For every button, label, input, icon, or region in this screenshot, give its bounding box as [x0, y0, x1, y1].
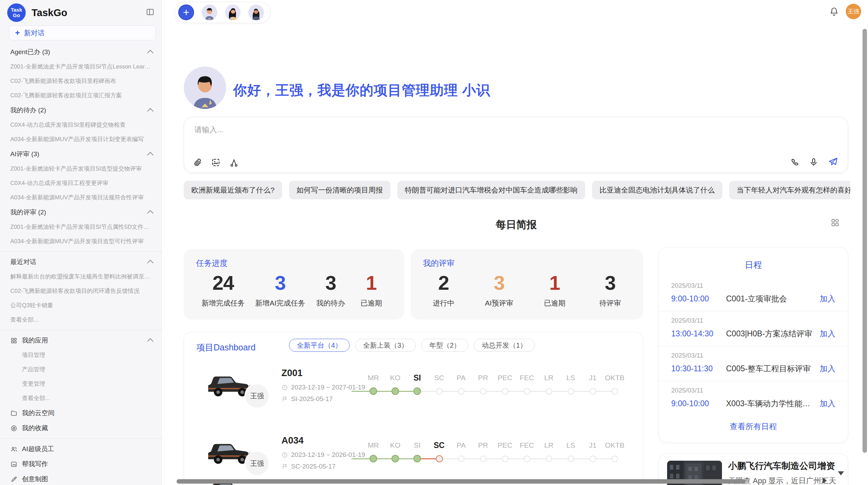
milestone-dot[interactable] [370, 387, 377, 395]
bell-icon[interactable] [829, 7, 839, 17]
milestone-dot[interactable] [480, 456, 486, 462]
sidebar-task-item[interactable]: C0X4-动力总成开发项目SI里程碑提交物检查 [10, 118, 153, 132]
milestone-track [604, 384, 626, 398]
sidebar-item-ai-employee[interactable]: AI超级员工 [10, 442, 153, 457]
sidebar-task-item[interactable]: C02-飞腾新能源轻客改款项目立项汇报方案 [10, 88, 153, 103]
chevron-up-icon[interactable] [147, 50, 153, 56]
view-all-schedule-link[interactable]: 查看所有日程 [659, 421, 848, 432]
chevron-up-icon[interactable] [147, 210, 153, 216]
member-avatar[interactable] [248, 4, 264, 20]
sidebar-section-recent[interactable]: 最近对话 [10, 254, 153, 270]
sidebar-item-creative-draw[interactable]: 创意制图 [10, 472, 153, 485]
suggestion-chip[interactable]: 欧洲新规最近颁布了什么? [184, 181, 282, 199]
milestone-dot[interactable] [612, 456, 618, 462]
milestone-dot[interactable] [612, 388, 618, 395]
scroll-right-arrow-icon[interactable] [823, 477, 827, 484]
milestone-dot[interactable] [502, 456, 508, 462]
join-link[interactable]: 加入 [820, 398, 835, 409]
recent-chat-item[interactable]: C02-飞腾新能源轻客改款项目的闭环通告反馈情况 [10, 284, 153, 298]
chat-input[interactable] [194, 124, 833, 149]
sidebar-item-my-apps[interactable]: 我的应用 [10, 333, 153, 348]
chevron-up-icon[interactable] [147, 338, 153, 344]
dashboard-tab[interactable]: 全新平台（4） [289, 339, 350, 352]
horizontal-scrollbar[interactable] [177, 479, 746, 484]
milestone-dot[interactable] [370, 455, 377, 462]
join-link[interactable]: 加入 [820, 363, 835, 374]
sidebar-task-item[interactable]: C0X4-动力总成开发项目工程变更评审 [10, 176, 153, 190]
sidebar-task-item[interactable]: Z001-全新燃油轻卡产品开发项目SI节点属性5D文件评审 [10, 220, 153, 234]
recent-chat-item[interactable]: 公司Q3轻卡销量 [10, 298, 153, 313]
suggestion-chip[interactable]: 比亚迪全固态电池计划具体说了什么 [592, 181, 722, 199]
member-avatar[interactable] [202, 4, 217, 20]
app-link-item[interactable]: 变更管理 [10, 377, 153, 391]
send-icon[interactable] [828, 157, 838, 167]
sidebar-section-agent-done[interactable]: Agent已办 (3) [10, 45, 153, 60]
milestone-dot[interactable] [590, 388, 596, 395]
paperclip-icon[interactable] [193, 158, 202, 167]
project-flag-date: SI-2025-05-17 [281, 395, 333, 403]
user-avatar[interactable]: 王强 [846, 4, 861, 19]
image-icon[interactable] [211, 158, 220, 167]
sidebar-task-item[interactable]: A034-全新新能源MUV产品开发项目计划变更表编写 [10, 132, 153, 147]
sidebar-item-cloud-space[interactable]: 我的云空间 [10, 406, 153, 421]
milestone-dot[interactable] [568, 456, 574, 462]
new-chat-button[interactable]: + 新对话 [9, 25, 156, 40]
join-link[interactable]: 加入 [820, 294, 835, 304]
mic-icon[interactable] [809, 158, 818, 167]
sidebar-task-item[interactable]: Z001-全新燃油轻卡产品开发项目SI造型提交物评审 [10, 162, 153, 176]
sidebar-item-favorites[interactable]: 我的收藏 [10, 421, 153, 436]
milestone-dot[interactable] [436, 388, 443, 395]
sidebar-item-help-write[interactable]: 帮我写作 [10, 457, 153, 472]
add-member-button[interactable]: + [178, 4, 194, 20]
milestone-dot[interactable] [413, 455, 421, 462]
sidebar-task-item[interactable]: A034-全新新能源MUV产品开发项目造型可行性评审 [10, 234, 153, 249]
milestone-dot[interactable] [391, 387, 399, 395]
suggestion-chip[interactable]: 当下年轻人对汽车外观有怎样的喜好趋势 [729, 181, 850, 199]
milestone-dot[interactable] [546, 388, 552, 395]
dashboard-tab[interactable]: 动总开发（1） [474, 339, 534, 352]
suggestion-chip[interactable]: 特朗普可能对进口汽车增税会对中国车企造成哪些影响 [397, 181, 585, 199]
vertical-scrollbar[interactable] [863, 29, 867, 453]
milestone-dot[interactable] [568, 388, 574, 395]
milestone-dot[interactable] [436, 455, 443, 462]
milestone-dot[interactable] [391, 455, 399, 462]
app-link-item[interactable]: 查看全部... [10, 391, 153, 406]
milestone-dot[interactable] [502, 388, 508, 395]
sidebar-section-ai-review[interactable]: AI评审 (3) [10, 147, 153, 162]
milestone-dot[interactable] [458, 456, 465, 462]
recent-chat-item[interactable]: 解释最新出台的欧盟报废车法规再生塑料比例被调至15%... [10, 270, 153, 284]
milestone-dot[interactable] [413, 387, 421, 395]
chevron-up-icon[interactable] [147, 108, 153, 114]
milestone-dot[interactable] [480, 388, 486, 395]
chevron-up-icon[interactable] [147, 260, 153, 266]
app-link-item[interactable]: 产品管理 [10, 362, 153, 377]
sidebar-section-my-review[interactable]: 我的评审 (2) [10, 205, 153, 220]
member-avatar[interactable] [225, 4, 241, 20]
milestone-dot[interactable] [524, 456, 530, 462]
grid-layout-icon[interactable] [830, 218, 840, 227]
briefing-title: 每日简报 [184, 218, 849, 232]
sidebar-task-item[interactable]: Z001-全新燃油皮卡产品开发项目SI节点Lesson Learn报告 [10, 60, 153, 74]
chevron-up-icon[interactable] [147, 152, 153, 158]
app-link-item[interactable]: 项目管理 [10, 348, 153, 362]
my-apps-list: 项目管理产品管理变更管理查看全部... [10, 348, 153, 406]
stat-item: 3 我的待办 [316, 272, 346, 308]
phone-icon[interactable] [790, 158, 799, 167]
milestone-dot[interactable] [524, 388, 530, 395]
recent-chat-item[interactable]: 查看全部... [10, 313, 153, 327]
milestone-label: PA [450, 373, 472, 384]
dashboard-tab[interactable]: 年型（2） [421, 339, 468, 352]
milestone-dot[interactable] [546, 456, 552, 462]
scissors-icon[interactable] [229, 158, 239, 167]
milestone-dot[interactable] [458, 388, 465, 395]
milestone-dot[interactable] [590, 456, 596, 462]
sidebar-task-item[interactable]: A034-全新新能源MUV产品开发项目法规符合性评审 [10, 190, 153, 205]
suggestion-chip[interactable]: 如何写一份清晰的项目周报 [289, 181, 390, 199]
sidebar-section-my-todo[interactable]: 我的待办 (2) [10, 103, 153, 118]
dashboard-tab[interactable]: 全新上装（3） [355, 339, 416, 352]
join-link[interactable]: 加入 [820, 328, 835, 339]
sidebar-collapse-icon[interactable] [146, 8, 155, 16]
stat-value: 3 [255, 272, 305, 294]
sidebar-task-item[interactable]: C02-飞腾新能源轻客改款项目里程碑画布 [10, 74, 153, 88]
scroll-down-arrow-icon[interactable] [838, 471, 844, 475]
